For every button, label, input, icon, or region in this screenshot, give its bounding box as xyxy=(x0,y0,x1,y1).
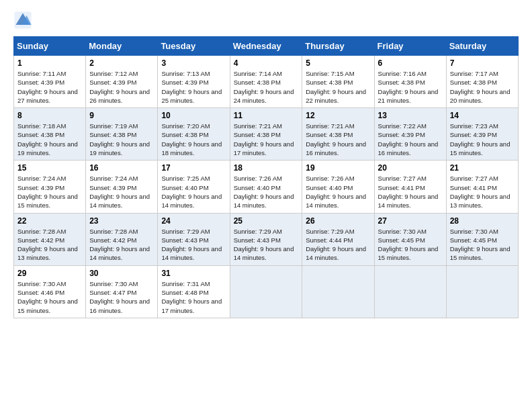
calendar-week-row: 22 Sunrise: 7:28 AMSunset: 4:42 PMDaylig… xyxy=(14,213,519,265)
calendar-cell: 12 Sunrise: 7:21 AMSunset: 4:38 PMDaylig… xyxy=(302,108,374,161)
day-info: Sunrise: 7:26 AMSunset: 4:40 PMDaylight:… xyxy=(306,175,366,209)
day-info: Sunrise: 7:17 AMSunset: 4:38 PMDaylight:… xyxy=(450,70,511,104)
calendar-cell: 1 Sunrise: 7:11 AMSunset: 4:39 PMDayligh… xyxy=(14,56,86,108)
calendar-cell: 29 Sunrise: 7:30 AMSunset: 4:46 PMDaylig… xyxy=(14,265,86,318)
header xyxy=(13,11,519,30)
day-number: 1 xyxy=(17,58,82,68)
calendar-cell: 16 Sunrise: 7:24 AMSunset: 4:39 PMDaylig… xyxy=(86,161,158,213)
day-number: 25 xyxy=(234,216,299,226)
calendar-week-row: 1 Sunrise: 7:11 AMSunset: 4:39 PMDayligh… xyxy=(14,56,519,108)
day-info: Sunrise: 7:31 AMSunset: 4:48 PMDaylight:… xyxy=(161,280,222,314)
logo xyxy=(13,11,34,30)
day-number: 28 xyxy=(450,216,515,226)
calendar-header-friday: Friday xyxy=(374,37,446,56)
calendar-cell: 4 Sunrise: 7:14 AMSunset: 4:38 PMDayligh… xyxy=(230,56,302,108)
day-info: Sunrise: 7:19 AMSunset: 4:38 PMDaylight:… xyxy=(89,122,150,156)
day-info: Sunrise: 7:30 AMSunset: 4:45 PMDaylight:… xyxy=(378,228,439,262)
day-info: Sunrise: 7:28 AMSunset: 4:42 PMDaylight:… xyxy=(17,228,78,262)
calendar-cell: 30 Sunrise: 7:30 AMSunset: 4:47 PMDaylig… xyxy=(86,265,158,318)
day-number: 13 xyxy=(378,111,443,120)
calendar-cell: 25 Sunrise: 7:29 AMSunset: 4:43 PMDaylig… xyxy=(230,213,302,265)
calendar-cell: 7 Sunrise: 7:17 AMSunset: 4:38 PMDayligh… xyxy=(446,56,518,108)
day-info: Sunrise: 7:28 AMSunset: 4:42 PMDaylight:… xyxy=(89,228,150,262)
calendar-cell xyxy=(374,265,446,318)
calendar-cell: 27 Sunrise: 7:30 AMSunset: 4:45 PMDaylig… xyxy=(374,213,446,265)
calendar-week-row: 29 Sunrise: 7:30 AMSunset: 4:46 PMDaylig… xyxy=(14,265,519,318)
calendar-cell: 10 Sunrise: 7:20 AMSunset: 4:38 PMDaylig… xyxy=(158,108,230,161)
day-info: Sunrise: 7:29 AMSunset: 4:44 PMDaylight:… xyxy=(306,228,366,262)
calendar-header-sunday: Sunday xyxy=(14,37,86,56)
day-number: 20 xyxy=(378,163,443,173)
day-info: Sunrise: 7:16 AMSunset: 4:38 PMDaylight:… xyxy=(378,70,439,104)
calendar-cell: 13 Sunrise: 7:22 AMSunset: 4:39 PMDaylig… xyxy=(374,108,446,161)
day-number: 26 xyxy=(306,216,370,226)
calendar-cell: 31 Sunrise: 7:31 AMSunset: 4:48 PMDaylig… xyxy=(158,265,230,318)
calendar-header-thursday: Thursday xyxy=(302,37,374,56)
calendar-cell: 17 Sunrise: 7:25 AMSunset: 4:40 PMDaylig… xyxy=(158,161,230,213)
day-number: 17 xyxy=(161,163,226,173)
calendar-cell: 3 Sunrise: 7:13 AMSunset: 4:39 PMDayligh… xyxy=(158,56,230,108)
calendar-cell: 22 Sunrise: 7:28 AMSunset: 4:42 PMDaylig… xyxy=(14,213,86,265)
day-info: Sunrise: 7:18 AMSunset: 4:38 PMDaylight:… xyxy=(17,122,78,156)
day-number: 29 xyxy=(17,269,82,278)
calendar-week-row: 8 Sunrise: 7:18 AMSunset: 4:38 PMDayligh… xyxy=(14,108,519,161)
day-number: 22 xyxy=(17,216,82,226)
calendar-cell xyxy=(302,265,374,318)
day-info: Sunrise: 7:14 AMSunset: 4:38 PMDaylight:… xyxy=(234,70,294,104)
day-info: Sunrise: 7:20 AMSunset: 4:38 PMDaylight:… xyxy=(161,122,222,156)
calendar-cell xyxy=(446,265,518,318)
calendar-cell xyxy=(230,265,302,318)
calendar-cell: 5 Sunrise: 7:15 AMSunset: 4:38 PMDayligh… xyxy=(302,56,374,108)
day-info: Sunrise: 7:25 AMSunset: 4:40 PMDaylight:… xyxy=(161,175,222,209)
calendar-cell: 18 Sunrise: 7:26 AMSunset: 4:40 PMDaylig… xyxy=(230,161,302,213)
calendar-header-monday: Monday xyxy=(86,37,158,56)
calendar-header-row: SundayMondayTuesdayWednesdayThursdayFrid… xyxy=(14,37,519,56)
day-number: 11 xyxy=(234,111,299,120)
day-info: Sunrise: 7:11 AMSunset: 4:39 PMDaylight:… xyxy=(17,70,78,104)
day-number: 24 xyxy=(161,216,226,226)
calendar-cell: 26 Sunrise: 7:29 AMSunset: 4:44 PMDaylig… xyxy=(302,213,374,265)
day-number: 7 xyxy=(450,58,515,68)
day-number: 5 xyxy=(306,58,370,68)
calendar-header-tuesday: Tuesday xyxy=(158,37,230,56)
calendar-cell: 15 Sunrise: 7:24 AMSunset: 4:39 PMDaylig… xyxy=(14,161,86,213)
day-number: 2 xyxy=(89,58,154,68)
day-number: 8 xyxy=(17,111,82,120)
calendar-header-saturday: Saturday xyxy=(446,37,518,56)
day-info: Sunrise: 7:29 AMSunset: 4:43 PMDaylight:… xyxy=(161,228,222,262)
day-number: 10 xyxy=(161,111,226,120)
calendar-cell: 8 Sunrise: 7:18 AMSunset: 4:38 PMDayligh… xyxy=(14,108,86,161)
calendar-cell: 9 Sunrise: 7:19 AMSunset: 4:38 PMDayligh… xyxy=(86,108,158,161)
calendar-cell: 23 Sunrise: 7:28 AMSunset: 4:42 PMDaylig… xyxy=(86,213,158,265)
day-number: 27 xyxy=(378,216,443,226)
day-number: 23 xyxy=(89,216,154,226)
day-number: 18 xyxy=(234,163,299,173)
day-info: Sunrise: 7:30 AMSunset: 4:45 PMDaylight:… xyxy=(450,228,511,262)
day-info: Sunrise: 7:30 AMSunset: 4:46 PMDaylight:… xyxy=(17,280,78,314)
day-info: Sunrise: 7:27 AMSunset: 4:41 PMDaylight:… xyxy=(378,175,439,209)
calendar-cell: 6 Sunrise: 7:16 AMSunset: 4:38 PMDayligh… xyxy=(374,56,446,108)
calendar-cell: 11 Sunrise: 7:21 AMSunset: 4:38 PMDaylig… xyxy=(230,108,302,161)
day-number: 16 xyxy=(89,163,154,173)
day-number: 19 xyxy=(306,163,370,173)
day-number: 14 xyxy=(450,111,515,120)
calendar-week-row: 15 Sunrise: 7:24 AMSunset: 4:39 PMDaylig… xyxy=(14,161,519,213)
day-number: 21 xyxy=(450,163,515,173)
calendar-header-wednesday: Wednesday xyxy=(230,37,302,56)
day-number: 3 xyxy=(161,58,226,68)
day-number: 4 xyxy=(234,58,299,68)
day-info: Sunrise: 7:24 AMSunset: 4:39 PMDaylight:… xyxy=(89,175,150,209)
day-info: Sunrise: 7:12 AMSunset: 4:39 PMDaylight:… xyxy=(89,70,150,104)
calendar-table: SundayMondayTuesdayWednesdayThursdayFrid… xyxy=(13,36,519,318)
day-info: Sunrise: 7:22 AMSunset: 4:39 PMDaylight:… xyxy=(378,122,439,156)
calendar-cell: 2 Sunrise: 7:12 AMSunset: 4:39 PMDayligh… xyxy=(86,56,158,108)
calendar-cell: 20 Sunrise: 7:27 AMSunset: 4:41 PMDaylig… xyxy=(374,161,446,213)
day-info: Sunrise: 7:23 AMSunset: 4:39 PMDaylight:… xyxy=(450,122,511,156)
day-info: Sunrise: 7:15 AMSunset: 4:38 PMDaylight:… xyxy=(306,70,366,104)
day-info: Sunrise: 7:29 AMSunset: 4:43 PMDaylight:… xyxy=(234,228,294,262)
day-number: 12 xyxy=(306,111,370,120)
day-number: 30 xyxy=(89,269,154,278)
day-number: 31 xyxy=(161,269,226,278)
calendar-cell: 21 Sunrise: 7:27 AMSunset: 4:41 PMDaylig… xyxy=(446,161,518,213)
logo-icon xyxy=(13,11,32,30)
